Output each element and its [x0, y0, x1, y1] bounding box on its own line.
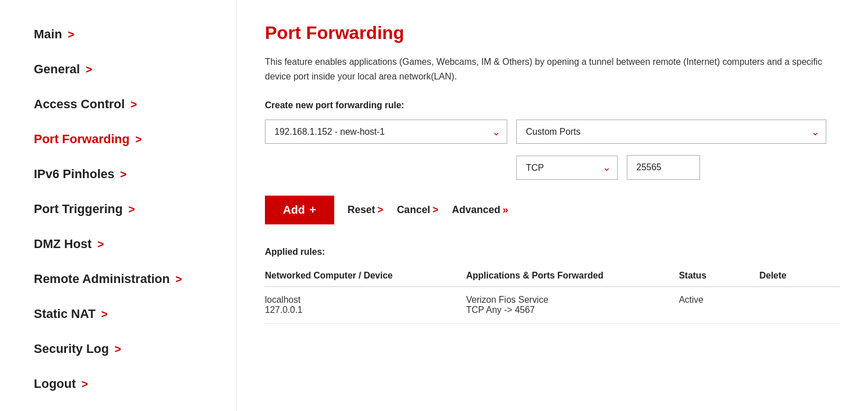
sidebar-item-label-access-control: Access Control [34, 97, 125, 112]
sidebar-chevron-access-control: > [130, 98, 137, 111]
reset-label: Reset [348, 204, 375, 216]
rules-table: Networked Computer / Device Applications… [265, 265, 840, 324]
sidebar-item-label-dmz-host: DMZ Host [34, 237, 92, 251]
cancel-button[interactable]: Cancel > [397, 204, 439, 216]
sidebar-chevron-dmz-host: > [98, 238, 104, 251]
sidebar-item-label-static-nat: Static NAT [34, 307, 96, 321]
sidebar-chevron-security-log: > [114, 343, 121, 356]
sidebar-item-main[interactable]: Main> [34, 17, 219, 52]
protocol-select[interactable]: TCP [516, 156, 618, 180]
table-cell-device: localhost 127.0.0.1 [265, 287, 466, 324]
add-label: Add [283, 204, 305, 216]
sidebar-chevron-ipv6-pinholes: > [120, 168, 127, 181]
table-cell-status: Active [679, 287, 759, 324]
sidebar-chevron-general: > [86, 63, 92, 76]
sidebar-item-label-security-log: Security Log [34, 342, 109, 356]
sidebar-chevron-remote-administration: > [175, 273, 182, 286]
sidebar-chevron-main: > [68, 28, 74, 41]
sidebar-chevron-logout: > [82, 378, 88, 391]
col-header-app: Applications & Ports Forwarded [466, 265, 679, 287]
table-cell-app: Verizon Fios Service TCP Any -> 4567 [466, 287, 679, 324]
sidebar-item-label-general: General [34, 62, 80, 77]
main-content: Port Forwarding This feature enables app… [237, 0, 868, 411]
add-plus-icon: + [309, 204, 316, 216]
device-select[interactable]: 192.168.1.152 - new-host-1 [265, 120, 507, 144]
protocol-select-container: TCP ⌄ [516, 156, 618, 180]
application-select-container: Custom Ports ⌄ [516, 120, 826, 144]
advanced-chevron-icon: » [503, 204, 508, 216]
port-input[interactable] [627, 155, 700, 180]
table-header-row: Networked Computer / Device Applications… [265, 265, 840, 287]
sidebar: Main>General>Access Control>Port Forward… [0, 0, 237, 411]
col-header-status: Status [679, 265, 759, 287]
reset-button[interactable]: Reset > [348, 204, 384, 216]
sidebar-item-port-triggering[interactable]: Port Triggering> [34, 192, 219, 227]
advanced-label: Advanced [452, 204, 501, 216]
table-cell-delete [759, 287, 840, 324]
sidebar-item-access-control[interactable]: Access Control> [34, 87, 219, 122]
table-row: localhost 127.0.0.1 Verizon Fios Service… [265, 287, 840, 324]
sidebar-item-general[interactable]: General> [34, 52, 219, 87]
sidebar-item-label-remote-administration: Remote Administration [34, 272, 170, 286]
sidebar-item-label-main: Main [34, 27, 62, 42]
page-description: This feature enables applications (Games… [265, 55, 829, 83]
reset-chevron-icon: > [378, 204, 384, 216]
col-header-delete: Delete [759, 265, 840, 287]
form-section-label: Create new port forwarding rule: [265, 100, 840, 111]
device-ip: 127.0.0.1 [265, 305, 466, 315]
applied-rules-label: Applied rules: [265, 247, 840, 257]
sidebar-item-remote-administration[interactable]: Remote Administration> [34, 262, 219, 297]
app-name: Verizon Fios Service [466, 295, 679, 305]
sidebar-item-logout[interactable]: Logout> [34, 366, 219, 401]
col-header-device: Networked Computer / Device [265, 265, 466, 287]
sidebar-chevron-port-triggering: > [129, 203, 135, 216]
sidebar-item-security-log[interactable]: Security Log> [34, 332, 219, 366]
sidebar-chevron-static-nat: > [101, 308, 108, 321]
cancel-label: Cancel [397, 204, 430, 216]
sidebar-item-label-ipv6-pinholes: IPv6 Pinholes [34, 167, 114, 182]
add-button[interactable]: Add + [265, 196, 334, 224]
advanced-button[interactable]: Advanced » [452, 204, 508, 216]
sidebar-item-label-port-triggering: Port Triggering [34, 202, 123, 216]
form-row-2: TCP ⌄ [516, 155, 840, 180]
sidebar-item-dmz-host[interactable]: DMZ Host> [34, 227, 219, 262]
device-select-container: 192.168.1.152 - new-host-1 ⌄ [265, 120, 507, 144]
device-name: localhost [265, 295, 466, 305]
action-row: Add + Reset > Cancel > Advanced » [265, 196, 840, 224]
page-title: Port Forwarding [265, 23, 840, 43]
cancel-chevron-icon: > [432, 204, 439, 216]
app-ports: TCP Any -> 4567 [466, 305, 679, 315]
sidebar-item-port-forwarding[interactable]: Port Forwarding> [34, 122, 219, 157]
form-row-1: 192.168.1.152 - new-host-1 ⌄ Custom Port… [265, 120, 840, 144]
application-select[interactable]: Custom Ports [516, 120, 826, 144]
sidebar-item-label-port-forwarding: Port Forwarding [34, 132, 130, 147]
sidebar-item-static-nat[interactable]: Static NAT> [34, 297, 219, 332]
sidebar-item-label-logout: Logout [34, 377, 76, 391]
sidebar-item-ipv6-pinholes[interactable]: IPv6 Pinholes> [34, 157, 219, 192]
sidebar-chevron-port-forwarding: > [135, 133, 142, 146]
